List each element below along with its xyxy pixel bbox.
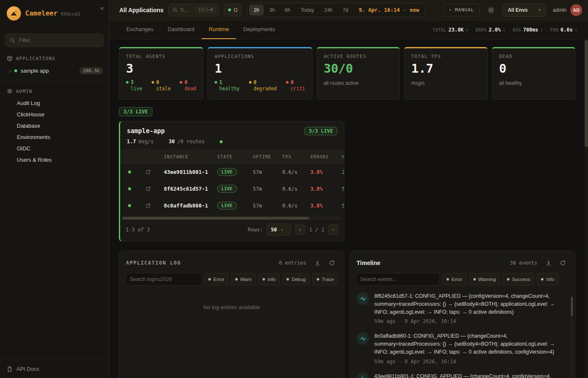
theme-toggle-button[interactable] <box>485 4 497 16</box>
timeline-scrollbar[interactable] <box>571 297 573 378</box>
camel-logo-icon <box>7 6 21 21</box>
page-indicator: 1 / 1 <box>309 227 324 233</box>
external-link-icon[interactable] <box>139 186 157 192</box>
filter-chip-error[interactable]: Error <box>204 273 228 286</box>
applications-section-header: APPLICATIONS <box>0 52 109 65</box>
log-search-input[interactable] <box>125 273 202 286</box>
external-link-icon[interactable] <box>139 203 157 208</box>
api-docs-label: API Docs <box>16 366 39 372</box>
refresh-mode-dot: • <box>449 7 452 13</box>
sidebar-item-users-roles[interactable]: Users & Roles <box>0 154 109 165</box>
app-version: 69dcce2 <box>61 11 80 17</box>
instance-status-dot <box>128 204 131 207</box>
filter-chip-success[interactable]: Success <box>503 273 534 286</box>
time-range-display[interactable]: 9. Apr. 16:14 — now <box>359 7 419 13</box>
timeline-event[interactable]: 43ee9811b801-1: CONFIG_APPLIED — {change… <box>357 373 566 378</box>
trend-up-icon: ↑ <box>466 27 468 32</box>
environment-select[interactable]: All Envs ▾ <box>502 3 546 17</box>
scrollbar-thumb[interactable] <box>122 217 309 220</box>
main-scrollbar[interactable] <box>585 40 588 378</box>
tab-exchanges[interactable]: Exchanges <box>119 20 160 39</box>
logo-text: Cameleer 69dcce2 <box>25 9 80 17</box>
external-link-icon[interactable] <box>139 169 157 175</box>
online-status-toggle[interactable]: O <box>224 4 242 16</box>
filter-chip-info[interactable]: Info <box>537 273 558 286</box>
tabbar: Exchanges Dashboard Runtime Deployments … <box>109 20 588 39</box>
global-search-input[interactable]: S… Ctrl+K <box>168 4 219 16</box>
refresh-mode-button[interactable]: • MANUAL <box>444 4 480 16</box>
refresh-icon[interactable] <box>326 257 337 268</box>
range-button-3h[interactable]: 3h <box>265 5 279 16</box>
filter-chip-trace[interactable]: Trace <box>312 273 338 286</box>
trend-up-icon: ↑ <box>503 27 505 32</box>
filter-input[interactable] <box>5 34 104 47</box>
api-docs-link[interactable]: API Docs <box>0 360 109 378</box>
download-icon[interactable] <box>543 257 554 268</box>
horizontal-scrollbar[interactable] <box>122 217 342 220</box>
online-status-dot <box>228 8 231 11</box>
table-header: INSTANCE STATE UPTIME TPS ERRORS H <box>120 150 344 164</box>
sidebar-item-database[interactable]: Database <box>0 120 109 131</box>
rows-per-page-select[interactable]: 50 ▾ <box>267 223 291 236</box>
user-menu[interactable]: admin AD <box>553 4 582 16</box>
filter-chip-error[interactable]: Error <box>442 273 467 286</box>
filter-chip-info[interactable]: Info <box>258 273 280 286</box>
routes-status-dot <box>220 140 223 143</box>
search-placeholder: S… <box>180 7 193 13</box>
application-summary: 1.7 msg/s 30 /0 routes <box>120 139 344 150</box>
table-row[interactable]: 8f6245c61d57-1 LIVE 57m 0.6/s 3.8% 5 <box>120 181 344 197</box>
timeline-event-count: 38 events <box>510 260 537 266</box>
sample-app-count-badge: 208.3k <box>79 67 103 74</box>
username: admin <box>553 7 567 13</box>
prev-page-button[interactable]: ‹ <box>295 224 305 235</box>
chevron-right-icon[interactable]: › <box>9 68 11 74</box>
table-row[interactable]: 43ee9811b801-1 LIVE 57m 0.6/s 3.8% 2 <box>120 164 344 181</box>
event-timestamp: 59m ago · 9 Apr 2026, 16:14 <box>374 359 566 365</box>
timeline-event[interactable]: 8f6245c61d57-1: CONFIG_APPLIED — {config… <box>357 292 566 324</box>
live-badge: 3/3 LIVE <box>304 127 337 135</box>
range-button-6h[interactable]: 6h <box>280 5 295 16</box>
sidebar-item-sample-app[interactable]: › sample app 208.3k <box>0 65 109 77</box>
range-button-today[interactable]: Today <box>296 5 319 16</box>
table-footer: 1-3 of 3 Rows: 50 ▾ ‹ 1 / 1 › <box>120 220 344 241</box>
document-icon <box>7 366 13 372</box>
timeline-event[interactable]: 8c0affadb860-1: CONFIG_APPLIED — {change… <box>357 332 566 364</box>
next-page-button[interactable]: › <box>328 224 339 235</box>
metric-total: TOTAL 23.8K ↑ <box>433 27 468 33</box>
stat-card-applications: APPLICATIONS 1 1healthy 0degraded 0criti <box>207 47 312 100</box>
timeline-panel-title: Timeline <box>357 260 381 266</box>
tab-deployments[interactable]: Deployments <box>236 20 282 39</box>
refresh-icon[interactable] <box>557 257 568 268</box>
metric-avg: AVG 708ms ↑ <box>513 27 543 33</box>
sidebar-item-oidc[interactable]: OIDC <box>0 143 109 154</box>
filter-chip-warning[interactable]: Warning <box>469 273 500 286</box>
activity-icon <box>357 332 369 345</box>
filter-chip-warn[interactable]: Warn <box>231 273 256 286</box>
sun-icon <box>488 7 494 13</box>
filter-chip-debug[interactable]: Debug <box>282 273 310 286</box>
live-summary-badge: 3/3 LIVE <box>119 107 152 116</box>
sidebar-item-audit-log[interactable]: Audit Log <box>0 97 109 109</box>
package-icon <box>7 55 13 61</box>
scrollbar-thumb[interactable] <box>585 40 588 147</box>
sidebar-item-environments[interactable]: Environments <box>0 131 109 143</box>
sidebar-item-clickhouse[interactable]: ClickHouse <box>0 109 109 120</box>
avatar: AD <box>570 4 582 16</box>
range-button-24h[interactable]: 24h <box>320 5 337 16</box>
range-button-7d[interactable]: 7d <box>338 5 353 16</box>
tab-dashboard[interactable]: Dashboard <box>160 20 202 39</box>
application-name: sample-app <box>127 127 165 135</box>
tab-runtime[interactable]: Runtime <box>202 20 236 39</box>
content: TOTAL AGENTS 3 3live 0stale 0dead APPLIC… <box>109 39 588 378</box>
range-button-1h[interactable]: 1h <box>249 5 264 16</box>
instances-table: INSTANCE STATE UPTIME TPS ERRORS H 43ee9… <box>120 150 344 214</box>
download-icon[interactable] <box>312 257 323 268</box>
scrollbar-thumb[interactable] <box>571 297 573 316</box>
gear-icon <box>7 88 13 94</box>
table-row[interactable]: 8c0affadb860-1 LIVE 57m 0.6/s 3.8% 5 <box>120 197 344 214</box>
range-start: 9. Apr. 16:14 <box>359 7 400 13</box>
search-icon <box>172 7 178 13</box>
sidebar-collapse-button[interactable]: « <box>100 4 104 11</box>
logo-row: Cameleer 69dcce2 « <box>0 0 109 27</box>
timeline-search-input[interactable] <box>356 273 440 286</box>
